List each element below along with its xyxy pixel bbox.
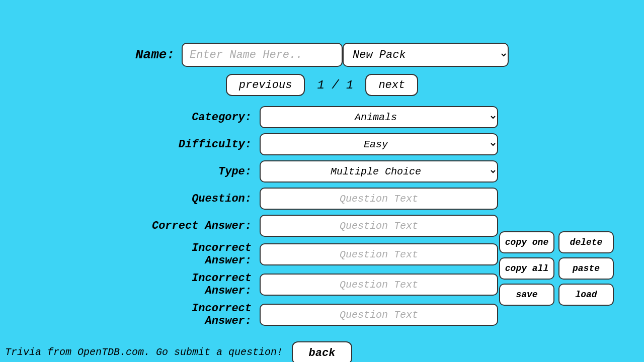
footer-text: Trivia from OpenTDB.com. Go submit a que… <box>5 346 283 358</box>
name-label: Name: <box>135 47 175 62</box>
question-label: Question: <box>146 193 252 205</box>
save-button[interactable]: save <box>499 284 554 306</box>
side-buttons: copy one delete copy all paste save load <box>499 231 614 306</box>
paste-button[interactable]: paste <box>558 257 614 280</box>
incorrect-answer1-input[interactable] <box>260 243 498 265</box>
correct-answer-row: Correct Answer: <box>146 215 498 237</box>
difficulty-row: Difficulty: Easy Medium Hard <box>146 133 498 155</box>
question-row: Question: <box>146 188 498 210</box>
next-button[interactable]: next <box>365 74 418 96</box>
category-row: Category: Animals Science History Sports <box>146 106 498 128</box>
name-row: Name: New Pack Pack 1 Pack 2 <box>135 43 509 67</box>
incorrect-answer1-row: Incorrect Answer: <box>146 242 498 267</box>
type-select[interactable]: Multiple Choice True/False <box>260 160 498 183</box>
side-row-1: copy one delete <box>499 231 614 253</box>
incorrect-answer3-input[interactable] <box>260 304 498 326</box>
correct-answer-label: Correct Answer: <box>146 220 252 232</box>
load-button[interactable]: load <box>558 284 614 306</box>
type-label: Type: <box>146 165 252 178</box>
incorrect-answer3-row: Incorrect Answer: <box>146 302 498 327</box>
incorrect-answer1-label: Incorrect Answer: <box>146 242 252 267</box>
delete-button[interactable]: delete <box>558 231 614 253</box>
page-indicator: 1 / 1 <box>317 78 353 92</box>
name-input[interactable] <box>182 43 343 67</box>
pack-select[interactable]: New Pack Pack 1 Pack 2 <box>343 43 509 67</box>
back-button[interactable]: back <box>292 341 352 362</box>
incorrect-answer2-input[interactable] <box>260 274 498 296</box>
incorrect-answer2-label: Incorrect Answer: <box>146 272 252 297</box>
form-container: Category: Animals Science History Sports… <box>146 106 498 362</box>
copy-one-button[interactable]: copy one <box>499 231 554 253</box>
category-select[interactable]: Animals Science History Sports <box>260 106 498 128</box>
correct-answer-input[interactable] <box>260 215 498 237</box>
copy-all-button[interactable]: copy all <box>499 257 554 280</box>
navigation-row: previous 1 / 1 next <box>226 74 418 96</box>
incorrect-answer2-row: Incorrect Answer: <box>146 272 498 297</box>
side-row-3: save load <box>499 284 614 306</box>
footer: Trivia from OpenTDB.com. Go submit a que… <box>5 346 283 358</box>
incorrect-answer3-label: Incorrect Answer: <box>146 302 252 327</box>
difficulty-label: Difficulty: <box>146 138 252 151</box>
type-row: Type: Multiple Choice True/False <box>146 160 498 183</box>
previous-button[interactable]: previous <box>226 74 305 96</box>
category-label: Category: <box>146 111 252 124</box>
side-row-2: copy all paste <box>499 257 614 280</box>
difficulty-select[interactable]: Easy Medium Hard <box>260 133 498 155</box>
question-input[interactable] <box>260 188 498 210</box>
